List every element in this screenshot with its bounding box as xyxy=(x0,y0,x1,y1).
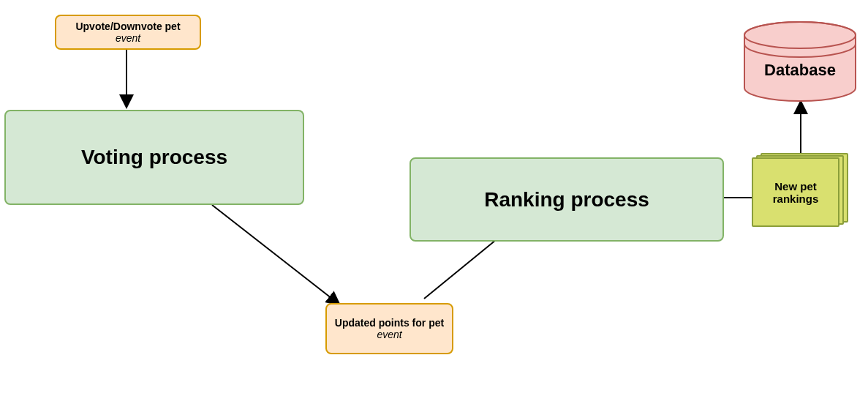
event-upvote-subtitle: event xyxy=(116,32,140,44)
ranking-process-label: Ranking process xyxy=(484,188,649,212)
database-label: Database xyxy=(741,61,858,80)
voting-process-label: Voting process xyxy=(81,146,227,169)
voting-process: Voting process xyxy=(4,110,304,205)
event-upvote-title: Upvote/Downvote pet xyxy=(75,20,180,32)
event-updated-title: Updated points for pet xyxy=(335,317,444,329)
database-node: Database xyxy=(741,20,858,94)
ranking-process: Ranking process xyxy=(410,157,724,242)
svg-line-2 xyxy=(212,205,339,304)
event-updated-points: Updated points for pet event xyxy=(325,303,453,354)
event-upvote-downvote: Upvote/Downvote pet event xyxy=(55,15,201,50)
event-updated-subtitle: event xyxy=(377,329,401,340)
rankings-card-front: New pet rankings xyxy=(752,157,839,227)
new-rankings-label: New pet rankings xyxy=(758,180,834,205)
